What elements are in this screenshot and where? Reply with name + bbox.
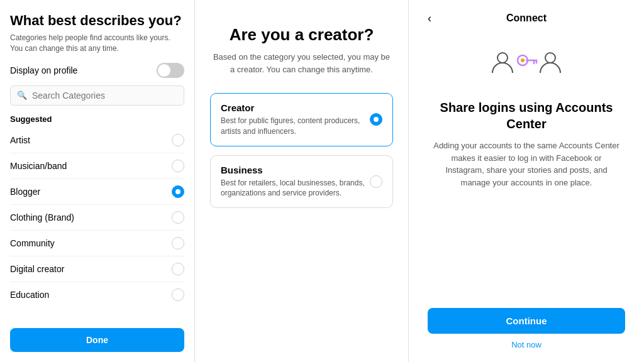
category-radio[interactable] [172,288,184,301]
display-on-profile-label: Display on profile [10,65,77,75]
business-option-card[interactable]: Business Best for retailers, local busin… [210,155,393,209]
search-input[interactable] [32,90,177,101]
toggle-knob [158,64,170,77]
category-list: ArtistMusician/bandBloggerClothing (Bran… [10,128,184,321]
done-button[interactable]: Done [10,328,184,352]
suggested-label: Suggested [10,114,184,124]
display-on-profile-row: Display on profile [10,63,184,78]
category-name: Community [10,238,55,248]
right-title: Share logins using Accounts Center [428,99,625,132]
person-left-icon [489,48,516,75]
category-name: Digital creator [10,264,64,274]
category-name: Clothing (Brand) [10,212,74,222]
right-panel: ‹ Connect Share logins using [409,0,644,362]
right-panel-title: Connect [506,13,547,24]
category-radio[interactable] [172,134,184,146]
creator-option-desc: Best for public figures, content produce… [221,116,370,137]
continue-button[interactable]: Continue [428,308,625,334]
creator-option-card[interactable]: Creator Best for public figures, content… [210,93,393,146]
list-item[interactable]: Artist [10,128,184,153]
left-title: What best describes you? [10,13,184,29]
category-radio[interactable] [172,237,184,250]
category-name: Education [10,290,49,300]
person-right-icon [536,48,564,75]
category-radio[interactable] [172,185,184,198]
search-box: 🔍 [10,85,184,106]
category-name: Musician/band [10,161,67,171]
middle-title: Are you a creator? [230,25,374,45]
search-icon: 🔍 [17,90,27,100]
svg-point-6 [545,53,555,63]
business-option-text: Business Best for retailers, local busin… [221,165,370,199]
category-name: Blogger [10,187,40,197]
list-item[interactable]: Education [10,282,184,307]
list-item[interactable]: Clothing (Brand) [10,205,184,231]
key-icon [514,49,539,74]
display-on-profile-toggle[interactable] [157,63,184,78]
back-arrow-icon[interactable]: ‹ [428,12,431,25]
business-option-title: Business [221,165,370,175]
middle-description: Based on the category you selected, you … [210,51,393,75]
left-panel: What best describes you? Categories help… [0,0,195,362]
category-radio[interactable] [172,263,184,275]
creator-option-text: Creator Best for public figures, content… [221,102,370,137]
list-item[interactable]: Community [10,231,184,256]
right-description: Adding your accounts to the same Account… [432,140,621,189]
category-radio[interactable] [172,211,184,224]
not-now-link[interactable]: Not now [511,340,541,349]
middle-panel: Are you a creator? Based on the category… [195,0,409,362]
category-radio[interactable] [172,160,184,172]
creator-radio[interactable] [370,113,382,126]
svg-point-2 [521,58,525,62]
business-option-desc: Best for retailers, local businesses, br… [221,178,370,199]
category-name: Artist [10,135,30,145]
right-header: ‹ Connect [428,13,625,24]
accounts-icon-area [489,36,564,87]
list-item[interactable]: Blogger [10,179,184,205]
list-item[interactable]: Digital creator [10,256,184,282]
svg-point-0 [497,53,508,63]
creator-option-title: Creator [221,102,370,113]
left-subtitle: Categories help people find accounts lik… [10,33,184,54]
business-radio[interactable] [370,175,382,188]
list-item[interactable]: Musician/band [10,153,184,179]
